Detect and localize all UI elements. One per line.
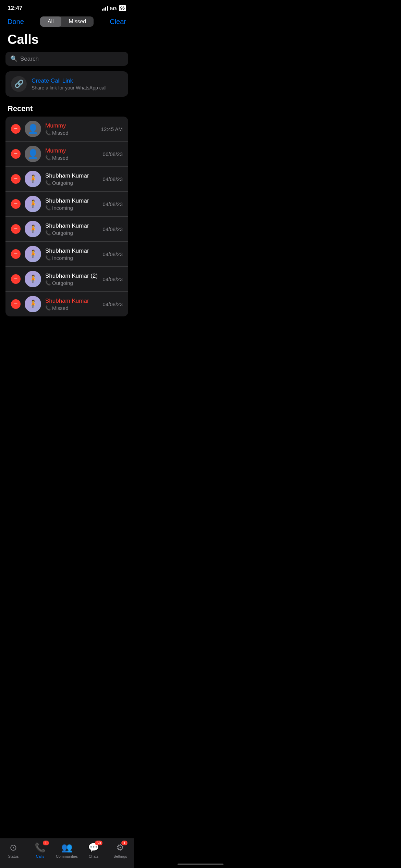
delete-button[interactable]: − (11, 174, 21, 184)
recent-header: Recent (0, 104, 134, 117)
call-name: Shubham Kumar (45, 172, 99, 179)
call-item[interactable]: −🧍Shubham Kumar📞Outgoing04/08/23 (5, 217, 128, 242)
avatar-image: 🧍 (25, 221, 41, 237)
call-info: Mummy📞Missed (45, 122, 97, 136)
status-time: 12:47 (8, 5, 22, 12)
status-right: 5G 96 (102, 5, 126, 11)
call-type-row: 📞Incoming (45, 205, 99, 211)
call-type-icon: 📞 (45, 230, 51, 236)
delete-button[interactable]: − (11, 224, 21, 234)
call-info: Shubham Kumar (2)📞Outgoing (45, 273, 99, 286)
call-info: Shubham Kumar📞Outgoing (45, 172, 99, 186)
minus-icon: − (14, 150, 18, 157)
call-type-label: Missed (52, 130, 69, 136)
avatar-image: 🧍 (25, 296, 41, 312)
filter-all-button[interactable]: All (40, 16, 61, 27)
minus-icon: − (14, 251, 18, 257)
network-label: 5G (110, 5, 117, 11)
minus-icon: − (14, 176, 18, 182)
delete-button[interactable]: − (11, 299, 21, 309)
call-date: 04/08/23 (103, 276, 123, 282)
battery-icon: 96 (119, 5, 126, 11)
call-type-icon: 📞 (45, 305, 51, 311)
call-type-label: Incoming (52, 255, 73, 261)
call-type-label: Incoming (52, 205, 73, 211)
create-call-link-card[interactable]: 🔗 Create Call Link Share a link for your… (5, 71, 128, 97)
call-item[interactable]: −👤Mummy📞Missed12:45 AM (5, 117, 128, 142)
call-type-label: Outgoing (52, 180, 73, 186)
call-type-icon: 📞 (45, 255, 51, 261)
call-date: 04/08/23 (103, 251, 123, 257)
minus-icon: − (14, 301, 18, 307)
search-placeholder: Search (20, 56, 39, 62)
call-item[interactable]: −🧍Shubham Kumar📞Incoming04/08/23 (5, 192, 128, 217)
done-button[interactable]: Done (8, 18, 24, 26)
avatar: 🧍 (25, 246, 41, 262)
call-name: Shubham Kumar (45, 222, 99, 229)
minus-icon: − (14, 276, 18, 282)
call-type-row: 📞Outgoing (45, 180, 99, 186)
call-date: 04/08/23 (103, 176, 123, 182)
page-title: Calls (0, 31, 134, 52)
call-name: Shubham Kumar (45, 298, 99, 304)
delete-button[interactable]: − (11, 274, 21, 284)
avatar-image: 🧍 (25, 171, 41, 187)
avatar-placeholder: 👤 (27, 124, 38, 134)
status-bar: 12:47 5G 96 (0, 0, 134, 14)
call-date: 12:45 AM (101, 126, 123, 132)
delete-button[interactable]: − (11, 149, 21, 159)
minus-icon: − (14, 125, 18, 132)
call-type-icon: 📞 (45, 205, 51, 210)
avatar-placeholder: 👤 (27, 149, 38, 159)
avatar: 🧍 (25, 196, 41, 212)
search-bar[interactable]: 🔍 Search (5, 52, 128, 66)
avatar-image: 🧍 (25, 196, 41, 212)
call-type-row: 📞Missed (45, 305, 99, 311)
signal-bars (102, 6, 108, 11)
call-date: 04/08/23 (103, 301, 123, 307)
call-name: Shubham Kumar (45, 197, 99, 204)
call-type-row: 📞Missed (45, 130, 97, 136)
call-info: Shubham Kumar📞Incoming (45, 248, 99, 261)
delete-button[interactable]: − (11, 124, 21, 134)
call-type-icon: 📞 (45, 280, 51, 286)
search-icon: 🔍 (10, 55, 17, 62)
call-link-title: Create Call Link (32, 77, 107, 84)
call-date: 04/08/23 (103, 201, 123, 207)
call-type-row: 📞Incoming (45, 255, 99, 261)
filter-missed-button[interactable]: Missed (61, 16, 94, 27)
call-type-row: 📞Outgoing (45, 280, 99, 286)
call-item[interactable]: −🧍Shubham Kumar📞Incoming04/08/23 (5, 242, 128, 267)
call-item[interactable]: −🧍Shubham Kumar📞Outgoing04/08/23 (5, 167, 128, 192)
call-name: Shubham Kumar (2) (45, 273, 99, 279)
nav-row: Done All Missed Clear (0, 14, 134, 31)
delete-button[interactable]: − (11, 199, 21, 209)
clear-button[interactable]: Clear (110, 18, 126, 26)
delete-button[interactable]: − (11, 249, 21, 259)
call-type-row: 📞Missed (45, 155, 99, 161)
avatar: 🧍 (25, 221, 41, 237)
call-link-text: Create Call Link Share a link for your W… (32, 77, 107, 91)
call-name: Mummy (45, 122, 97, 129)
call-type-label: Outgoing (52, 230, 73, 236)
avatar: 🧍 (25, 171, 41, 187)
avatar: 🧍 (25, 296, 41, 312)
call-item[interactable]: −👤Mummy📞Missed06/08/23 (5, 142, 128, 167)
call-item[interactable]: −🧍Shubham Kumar (2)📞Outgoing04/08/23 (5, 267, 128, 292)
call-list: −👤Mummy📞Missed12:45 AM−👤Mummy📞Missed06/0… (5, 117, 128, 316)
minus-icon: − (14, 201, 18, 207)
call-type-label: Missed (52, 305, 69, 311)
call-type-label: Missed (52, 155, 69, 161)
call-name: Shubham Kumar (45, 248, 99, 254)
call-link-icon: 🔗 (11, 76, 27, 92)
call-type-icon: 📞 (45, 155, 51, 160)
call-item[interactable]: −🧍Shubham Kumar📞Missed04/08/23 (5, 292, 128, 316)
call-info: Shubham Kumar📞Outgoing (45, 222, 99, 236)
call-link-subtitle: Share a link for your WhatsApp call (32, 85, 107, 91)
call-name: Mummy (45, 147, 99, 154)
call-info: Shubham Kumar📞Incoming (45, 197, 99, 211)
call-type-icon: 📞 (45, 130, 51, 135)
filter-toggle: All Missed (40, 16, 94, 27)
call-type-row: 📞Outgoing (45, 230, 99, 236)
avatar-image: 🧍 (25, 271, 41, 287)
